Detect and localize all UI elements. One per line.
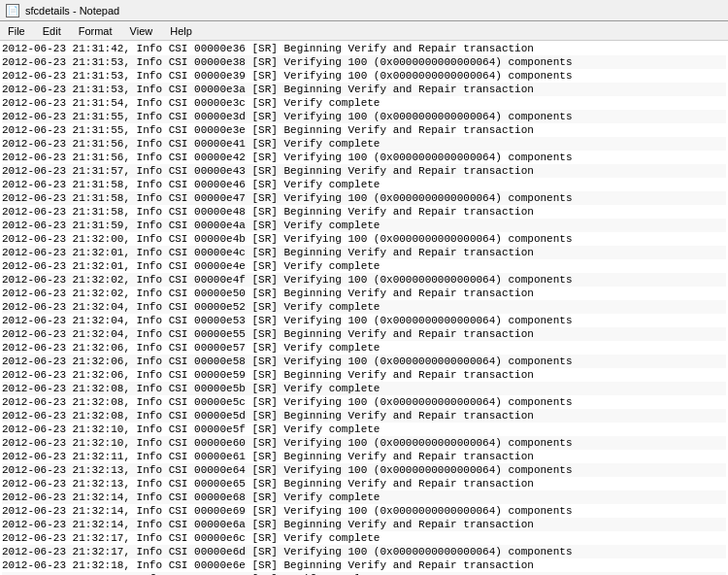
log-line: 2012-06-23 21:32:10, Info CSI 00000e60 [… — [2, 436, 726, 450]
log-line: 2012-06-23 21:32:14, Info CSI 00000e69 [… — [2, 504, 726, 518]
log-line: 2012-06-23 21:31:55, Info CSI 00000e3d [… — [2, 110, 726, 123]
log-line: 2012-06-23 21:31:58, Info CSI 00000e46 [… — [2, 178, 726, 191]
log-line: 2012-06-23 21:31:55, Info CSI 00000e3e [… — [2, 123, 726, 137]
log-line: 2012-06-23 21:31:59, Info CSI 00000e4a [… — [2, 219, 726, 232]
log-line: 2012-06-23 21:32:06, Info CSI 00000e57 [… — [2, 341, 726, 355]
menu-bar: FileEditFormatViewHelp — [0, 21, 728, 41]
title-bar: 📄 sfcdetails - Notepad — [0, 0, 728, 21]
title-bar-text: sfcdetails - Notepad — [25, 5, 119, 17]
log-line: 2012-06-23 21:32:08, Info CSI 00000e5d [… — [2, 409, 726, 423]
log-line: 2012-06-23 21:32:04, Info CSI 00000e52 [… — [2, 300, 726, 314]
log-line: 2012-06-23 21:32:08, Info CSI 00000e5c [… — [2, 395, 726, 409]
log-line: 2012-06-23 21:31:56, Info CSI 00000e41 [… — [2, 137, 726, 151]
log-line: 2012-06-23 21:32:04, Info CSI 00000e53 [… — [2, 314, 726, 327]
log-line: 2012-06-23 21:32:02, Info CSI 00000e50 [… — [2, 287, 726, 300]
log-line: 2012-06-23 21:31:42, Info CSI 00000e36 [… — [2, 42, 726, 55]
menu-item-view[interactable]: View — [126, 24, 157, 38]
menu-item-format[interactable]: Format — [75, 24, 116, 38]
log-line: 2012-06-23 21:32:06, Info CSI 00000e59 [… — [2, 368, 726, 382]
log-line: 2012-06-23 21:32:02, Info CSI 00000e4f [… — [2, 273, 726, 287]
log-line: 2012-06-23 21:32:00, Info CSI 00000e4b [… — [2, 232, 726, 246]
log-line: 2012-06-23 21:32:01, Info CSI 00000e4c [… — [2, 246, 726, 259]
log-line: 2012-06-23 21:32:13, Info CSI 00000e64 [… — [2, 463, 726, 477]
log-line: 2012-06-23 21:31:53, Info CSI 00000e3a [… — [2, 83, 726, 96]
log-line: 2012-06-23 21:31:56, Info CSI 00000e42 [… — [2, 151, 726, 164]
menu-item-edit[interactable]: Edit — [39, 24, 65, 38]
log-line: 2012-06-23 21:32:10, Info CSI 00000e5f [… — [2, 423, 726, 436]
log-line: 2012-06-23 21:32:04, Info CSI 00000e55 [… — [2, 327, 726, 341]
menu-item-help[interactable]: Help — [166, 24, 196, 38]
log-line: 2012-06-23 21:31:53, Info CSI 00000e39 [… — [2, 69, 726, 83]
log-line: 2012-06-23 21:31:58, Info CSI 00000e48 [… — [2, 205, 726, 219]
log-line: 2012-06-23 21:32:18, Info CSI 00000e6e [… — [2, 558, 726, 572]
log-line: 2012-06-23 21:32:08, Info CSI 00000e5b [… — [2, 382, 726, 395]
log-line: 2012-06-23 21:32:17, Info CSI 00000e6d [… — [2, 545, 726, 558]
log-line: 2012-06-23 21:32:13, Info CSI 00000e65 [… — [2, 477, 726, 490]
log-line: 2012-06-23 21:32:01, Info CSI 00000e4e [… — [2, 259, 726, 273]
content-area[interactable]: 2012-06-23 21:31:42, Info CSI 00000e36 [… — [0, 41, 728, 575]
log-line: 2012-06-23 21:31:58, Info CSI 00000e47 [… — [2, 191, 726, 205]
log-line: 2012-06-23 21:31:57, Info CSI 00000e43 [… — [2, 164, 726, 178]
log-line: 2012-06-23 21:32:14, Info CSI 00000e6a [… — [2, 518, 726, 531]
log-line: 2012-06-23 21:32:11, Info CSI 00000e61 [… — [2, 450, 726, 463]
title-bar-icon: 📄 — [6, 4, 19, 17]
log-line: 2012-06-23 21:32:06, Info CSI 00000e58 [… — [2, 355, 726, 368]
log-line: 2012-06-23 21:31:54, Info CSI 00000e3c [… — [2, 96, 726, 110]
log-line: 2012-06-23 21:32:14, Info CSI 00000e68 [… — [2, 490, 726, 504]
log-line: 2012-06-23 21:31:53, Info CSI 00000e38 [… — [2, 55, 726, 69]
log-line: 2012-06-23 21:32:17, Info CSI 00000e6c [… — [2, 531, 726, 545]
menu-item-file[interactable]: File — [4, 24, 29, 38]
